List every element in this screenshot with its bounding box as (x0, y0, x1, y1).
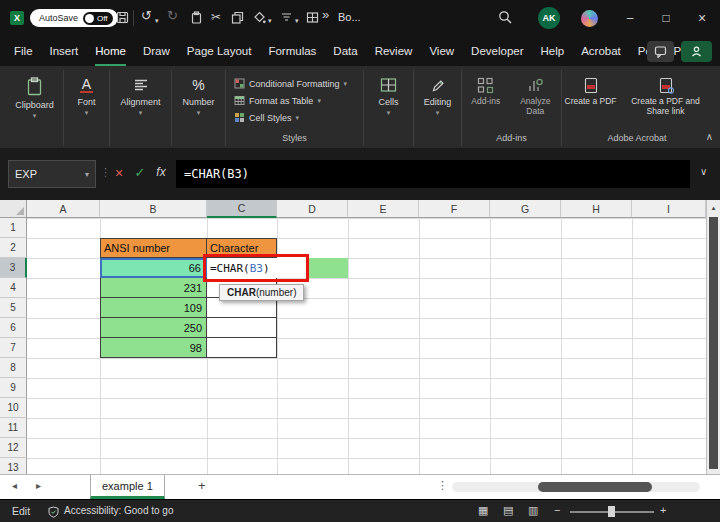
cell-styles-button[interactable]: Cell Styles ▾ (226, 109, 363, 126)
cut-icon[interactable]: ✂ (211, 10, 221, 24)
view-page-break-icon[interactable]: ▥ (528, 504, 538, 517)
cell-c2[interactable]: Character (207, 238, 277, 258)
cell-c7[interactable] (207, 338, 277, 358)
expand-formula-bar-icon[interactable]: ∨ (700, 166, 707, 177)
row-header-4[interactable]: 4 (0, 278, 27, 298)
row-header-8[interactable]: 8 (0, 358, 27, 378)
fill-color-icon[interactable] (253, 11, 266, 24)
column-header-e[interactable]: E (348, 200, 419, 218)
tab-view[interactable]: View (429, 36, 454, 66)
column-header-h[interactable]: H (561, 200, 632, 218)
row-header-13[interactable]: 13 (0, 458, 27, 474)
search-icon[interactable] (498, 10, 513, 25)
cancel-icon[interactable]: × (110, 165, 128, 181)
analyze-data-button[interactable]: Analyze Data (511, 70, 559, 117)
tab-data[interactable]: Data (333, 36, 357, 66)
alignment-group-button[interactable]: Alignment ▾ (110, 70, 172, 146)
tab-acrobat[interactable]: Acrobat (581, 36, 621, 66)
undo-caret-icon[interactable]: ▾ (155, 14, 159, 28)
tab-bar-ellipsis-icon[interactable]: ⋮ (437, 479, 448, 492)
horizontal-scrollbar-thumb[interactable] (538, 482, 652, 492)
cells-group-button[interactable]: Cells ▾ (364, 70, 414, 146)
tab-review[interactable]: Review (375, 36, 413, 66)
tab-help[interactable]: Help (541, 36, 565, 66)
row-header-7[interactable]: 7 (0, 338, 27, 358)
cell-c6[interactable] (207, 318, 277, 338)
zoom-in-icon[interactable]: + (660, 504, 666, 516)
autosave-toggle[interactable]: AutoSave Off (30, 9, 118, 27)
tab-file[interactable]: File (14, 36, 33, 66)
share-icon[interactable] (681, 41, 712, 62)
cell-b5[interactable]: 109 (100, 298, 207, 318)
redo-icon[interactable]: ↻ (167, 9, 178, 23)
create-pdf-button[interactable]: Create a PDF (565, 70, 617, 117)
row-header-2[interactable]: 2 (0, 238, 27, 258)
column-header-c[interactable]: C (207, 200, 277, 218)
tab-draw[interactable]: Draw (143, 36, 170, 66)
conditional-formatting-button[interactable]: Conditional Formatting ▾ (226, 75, 363, 92)
column-header-d[interactable]: D (277, 200, 348, 218)
name-box-caret-icon[interactable]: ▾ (85, 170, 89, 179)
column-header-i[interactable]: I (632, 200, 706, 218)
horizontal-scrollbar[interactable] (452, 482, 700, 492)
cell-b3[interactable]: 66 (100, 258, 207, 278)
column-header-a[interactable]: A (27, 200, 100, 218)
create-pdf-share-button[interactable]: Create a PDF and Share link (622, 70, 710, 117)
row-header-9[interactable]: 9 (0, 378, 27, 398)
row-header-12[interactable]: 12 (0, 438, 27, 458)
row-header-3[interactable]: 3 (0, 258, 27, 278)
tab-formulas[interactable]: Formulas (268, 36, 316, 66)
sort-filter-caret-icon[interactable]: ▾ (295, 14, 299, 28)
cell-c3-edit-box[interactable]: =CHAR(B3) (207, 258, 307, 278)
column-header-g[interactable]: G (490, 200, 561, 218)
row-header-1[interactable]: 1 (0, 218, 27, 238)
name-box[interactable]: EXP ▾ (8, 160, 96, 188)
minimize-button[interactable]: – (612, 0, 648, 36)
autosave-switch[interactable]: Off (83, 12, 113, 25)
cell-b4[interactable]: 231 (100, 278, 207, 298)
number-group-button[interactable]: % Number ▾ (172, 70, 226, 146)
format-as-table-button[interactable]: Format as Table ▾ (226, 92, 363, 109)
vertical-scrollbar[interactable]: ▴ (706, 200, 720, 474)
cell-b7[interactable]: 98 (100, 338, 207, 358)
maximize-button[interactable]: □ (648, 0, 684, 36)
sheet-nav-right-icon[interactable]: ▸ (36, 480, 41, 491)
addins-button[interactable]: Add-ins (464, 70, 508, 117)
insert-function-icon[interactable]: fx (152, 165, 170, 179)
zoom-slider-thumb[interactable] (608, 506, 615, 517)
collapse-ribbon-icon[interactable]: ∧ (706, 131, 713, 142)
cell-b2[interactable]: ANSI number (100, 238, 207, 258)
editing-group-button[interactable]: Editing ▾ (414, 70, 462, 146)
borders-icon[interactable] (306, 11, 319, 24)
view-normal-icon[interactable]: ▦ (478, 504, 488, 517)
add-sheet-icon[interactable]: + (198, 478, 206, 493)
cell-c5[interactable] (207, 298, 277, 318)
copilot-icon[interactable] (581, 10, 598, 27)
tab-home[interactable]: Home (95, 36, 126, 66)
cell-b6[interactable]: 250 (100, 318, 207, 338)
enter-icon[interactable]: ✓ (131, 165, 149, 180)
select-all-corner[interactable] (0, 200, 27, 218)
row-header-10[interactable]: 10 (0, 398, 27, 418)
comments-icon[interactable] (647, 41, 674, 62)
view-page-layout-icon[interactable]: ▤ (503, 504, 513, 517)
row-header-5[interactable]: 5 (0, 298, 27, 318)
font-group-button[interactable]: A Font ▾ (64, 70, 110, 146)
cell-area[interactable]: ANSI number Character 66 231 109 250 98 (27, 218, 706, 474)
workbook-title[interactable]: Bo... (338, 11, 361, 23)
sort-filter-icon[interactable] (280, 11, 293, 24)
row-header-11[interactable]: 11 (0, 418, 27, 438)
tab-page-layout[interactable]: Page Layout (187, 36, 252, 66)
save-icon[interactable] (116, 11, 129, 24)
copy-icon[interactable] (231, 11, 244, 24)
column-header-f[interactable]: F (419, 200, 490, 218)
more-commands-icon[interactable]: » (322, 8, 329, 22)
account-avatar[interactable]: AK (538, 7, 560, 29)
zoom-slider[interactable] (570, 511, 654, 513)
vertical-scrollbar-thumb[interactable] (709, 217, 718, 469)
tab-insert[interactable]: Insert (50, 36, 79, 66)
paste-icon[interactable] (190, 11, 203, 24)
tab-developer[interactable]: Developer (471, 36, 523, 66)
close-button[interactable]: × (684, 0, 720, 36)
undo-icon[interactable]: ↺ (141, 9, 152, 23)
